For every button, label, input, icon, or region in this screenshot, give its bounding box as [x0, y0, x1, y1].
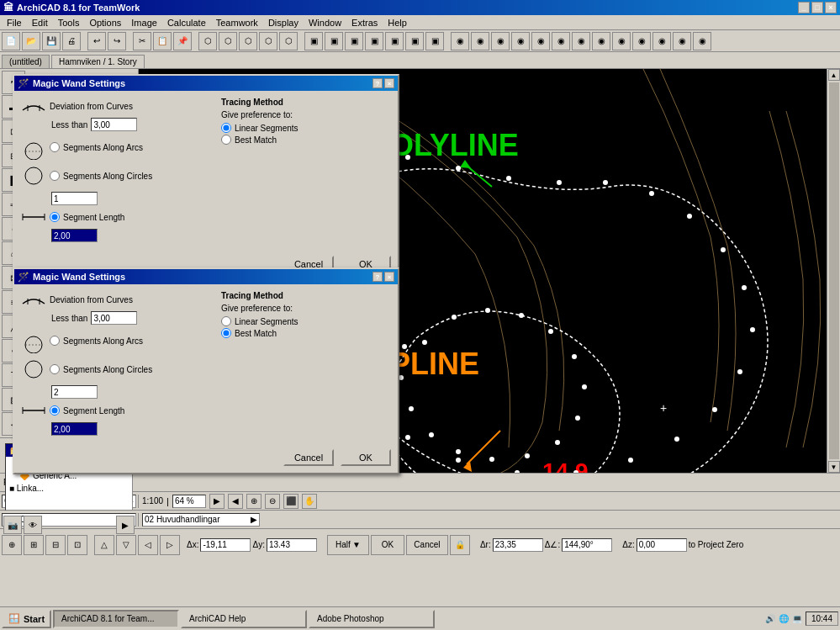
tb20[interactable]: ◉ [592, 32, 610, 50]
lock-btn[interactable]: 🔒 [450, 535, 470, 555]
tb14[interactable]: ◉ [471, 32, 489, 50]
tb2[interactable]: ⬡ [219, 32, 237, 50]
scroll-track-v[interactable] [829, 82, 839, 459]
dr-value[interactable]: 23,35 [493, 538, 543, 552]
dialog2-circles-radio[interactable] [50, 364, 60, 374]
dialog2-ok-btn[interactable]: OK [341, 449, 391, 466]
menu-options[interactable]: Options [84, 17, 126, 29]
dialog2-arcs-radio[interactable] [50, 336, 60, 346]
tb18[interactable]: ◉ [552, 32, 570, 50]
menu-extras[interactable]: Extras [346, 17, 383, 29]
dialog1-help-btn[interactable]: ? [372, 78, 383, 88]
dialog1-circle-input[interactable] [51, 192, 98, 205]
minimize-button[interactable]: _ [798, 2, 810, 13]
print-btn[interactable]: 🖨 [62, 32, 81, 50]
paste-btn[interactable]: 📌 [173, 32, 192, 50]
sidebar-btn1[interactable]: 📷 [3, 516, 22, 534]
scroll-down-btn[interactable]: ▼ [828, 461, 840, 473]
tb23[interactable]: ◉ [652, 32, 671, 50]
tb11[interactable]: ▣ [405, 32, 424, 50]
menu-tools[interactable]: Tools [53, 17, 85, 29]
layer-dropdown[interactable]: 02 Huvudhandlingar ▶ [142, 513, 260, 527]
tb8[interactable]: ▣ [345, 32, 363, 50]
coord-btn1[interactable]: △ [94, 535, 114, 555]
dialog1-segval-input[interactable] [51, 229, 98, 242]
tb25[interactable]: ◉ [693, 32, 711, 50]
ref-btn[interactable]: ⊡ [67, 535, 87, 555]
tb9[interactable]: ▣ [365, 32, 383, 50]
save-btn[interactable]: 💾 [42, 32, 61, 50]
taskbar-help[interactable]: ArchiCAD Help [181, 610, 307, 628]
taskbar-archicad[interactable]: ArchiCAD 8.1 for Team... [53, 610, 179, 628]
start-button[interactable]: 🪟 Start [2, 610, 51, 628]
menu-edit[interactable]: Edit [27, 17, 53, 29]
coord-btn3[interactable]: ◁ [138, 535, 158, 555]
copy-btn[interactable]: 📋 [153, 32, 172, 50]
menu-teamwork[interactable]: Teamwork [211, 17, 263, 29]
dialog2-circle-input[interactable] [51, 385, 98, 399]
cut-btn[interactable]: ✂ [133, 32, 151, 50]
dialog1-lessthan-input[interactable] [91, 118, 137, 131]
menu-window[interactable]: Window [304, 17, 346, 29]
tree-item-linkar[interactable]: ■ Linka... [6, 482, 132, 495]
coord-btn4[interactable]: ▷ [160, 535, 180, 555]
tb7[interactable]: ▣ [325, 32, 343, 50]
dialog1-circles-radio[interactable] [50, 171, 60, 181]
sidebar-btn2[interactable]: 👁 [24, 516, 42, 534]
tab-hamnviken[interactable]: Hamnviken / 1. Story [51, 55, 145, 68]
tb12[interactable]: ▣ [425, 32, 444, 50]
menu-help[interactable]: Help [383, 17, 412, 29]
dialog1-linear-radio[interactable] [221, 123, 231, 133]
tb6[interactable]: ▣ [304, 32, 323, 50]
menu-calculate[interactable]: Calculate [162, 17, 211, 29]
dialog1-arcs-radio[interactable] [50, 142, 60, 152]
zoom-pan-btn[interactable]: ✋ [302, 494, 317, 509]
redo-btn[interactable]: ↪ [108, 32, 126, 50]
tab-untitled[interactable]: (untitled) [2, 55, 50, 68]
half-dropdown[interactable]: Half ▼ [327, 535, 369, 555]
cancel-bottom-btn[interactable]: Cancel [406, 535, 448, 555]
tb16[interactable]: ◉ [511, 32, 530, 50]
new-btn[interactable]: 📄 [2, 32, 20, 50]
tb5[interactable]: ⬡ [279, 32, 298, 50]
scroll-up-btn[interactable]: ▲ [828, 69, 840, 81]
dialog2-lessthan-input[interactable] [91, 311, 137, 325]
close-button[interactable]: × [825, 2, 837, 13]
dialog2-close-btn[interactable]: × [384, 272, 394, 282]
tb13[interactable]: ◉ [451, 32, 469, 50]
ortho-btn[interactable]: ⊞ [24, 535, 44, 555]
zoom-in-btn[interactable]: ▶ [209, 494, 225, 509]
snap-btn[interactable]: ⊕ [2, 535, 22, 555]
zoom-window-btn[interactable]: ⬛ [283, 494, 298, 509]
tb21[interactable]: ◉ [612, 32, 631, 50]
dialog2-bestmatch-radio[interactable] [221, 328, 231, 338]
dialog2-cancel-btn[interactable]: Cancel [283, 449, 334, 466]
tb10[interactable]: ▣ [385, 32, 404, 50]
maximize-button[interactable]: □ [811, 2, 823, 13]
dialog2-segval-input[interactable] [51, 422, 98, 436]
zoom-dropdown[interactable]: 64 % [172, 495, 206, 508]
taskbar-photoshop[interactable]: Adobe Photoshop [309, 610, 435, 628]
undo-btn[interactable]: ↩ [87, 32, 106, 50]
tb17[interactable]: ◉ [531, 32, 550, 50]
tb3[interactable]: ⬡ [239, 32, 257, 50]
tb22[interactable]: ◉ [632, 32, 651, 50]
dx-value[interactable]: -19,11 [200, 538, 251, 552]
tb24[interactable]: ◉ [673, 32, 691, 50]
tb4[interactable]: ⬡ [259, 32, 277, 50]
dialog2-linear-radio[interactable] [221, 316, 231, 326]
menu-image[interactable]: Image [126, 17, 162, 29]
dialog1-seglength-radio[interactable] [50, 212, 60, 222]
zoom-fit-btn[interactable]: ⊕ [246, 494, 262, 509]
open-btn[interactable]: 📂 [22, 32, 40, 50]
dy-value[interactable]: 13.43 [267, 538, 317, 552]
menu-display[interactable]: Display [263, 17, 304, 29]
zoom-prev-btn[interactable]: ◀ [228, 494, 243, 509]
tb19[interactable]: ◉ [572, 32, 590, 50]
dialog2-seglength-radio[interactable] [50, 405, 60, 416]
dz-value[interactable]: 0,00 [637, 538, 687, 552]
dangle-value[interactable]: 144,90° [562, 538, 612, 552]
sidebar-arrow[interactable]: ▶ [116, 516, 135, 534]
ok-btn[interactable]: OK [371, 535, 404, 555]
dialog1-bestmatch-radio[interactable] [221, 135, 231, 145]
